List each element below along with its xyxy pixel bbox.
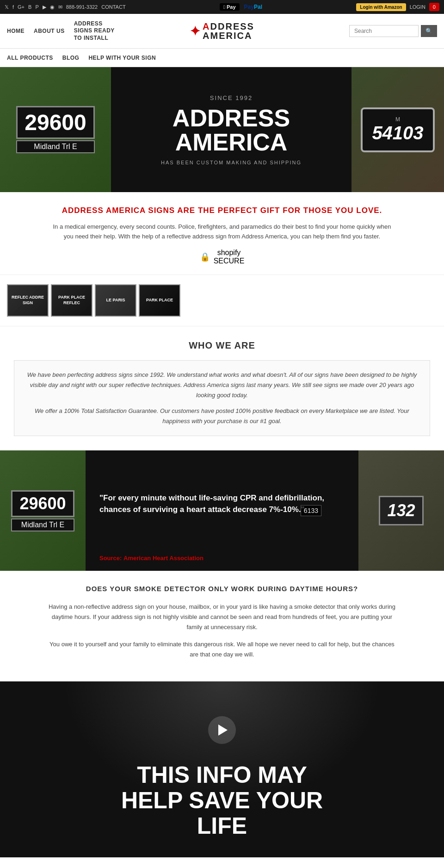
- product-thumb-3[interactable]: LE PARIS: [95, 284, 136, 317]
- who-text-2: We offer a 100% Total Satisfaction Guara…: [26, 406, 418, 426]
- product-thumb-label-3: LE PARIS: [105, 296, 127, 305]
- who-title: WHO WE ARE: [14, 340, 430, 351]
- cpr-source-org: American Heart Association: [123, 555, 204, 562]
- facebook-icon[interactable]: f: [12, 4, 14, 10]
- nav-all-products[interactable]: ALL PRODUCTS: [7, 55, 53, 61]
- info-save-line1: THIS INFO MAY: [121, 762, 323, 788]
- hero-sign-number: 29600: [16, 106, 94, 139]
- hero-sign-monogram: M: [372, 116, 423, 123]
- cpr-left-panel: 29600 Midland Trl E: [0, 450, 86, 571]
- hero-subtitle: HAS BEEN CUSTOM MAKING AND SHIPPING: [161, 160, 302, 165]
- hero-sign-right: M 54103: [361, 107, 434, 152]
- cpr-source: Source: American Heart Association: [99, 555, 204, 562]
- play-button[interactable]: [208, 716, 236, 744]
- hero-left-panel: 29600 Midland Trl E: [0, 67, 111, 192]
- top-bar-left: 𝕏 f G+ B P ▶ ◉ ✉ 888-991-3322 CONTACT: [5, 4, 126, 10]
- smoke-title: DOES YOUR SMOKE DETECTOR ONLY WORK DURIN…: [14, 585, 430, 593]
- nav-address-signs[interactable]: ADDRESS SIGNS READY TO INSTALL: [74, 20, 120, 42]
- smoke-section: DOES YOUR SMOKE DETECTOR ONLY WORK DURIN…: [0, 571, 444, 681]
- promo-section: ADDRESS AMERICA SIGNS ARE THE PERFECT GI…: [0, 192, 444, 275]
- cpr-sign-name-left: Midland Trl E: [11, 518, 74, 531]
- cpr-source-label: Source:: [99, 555, 122, 562]
- info-save-title: THIS INFO MAY HELP SAVE YOUR LIFE: [121, 762, 323, 839]
- product-thumb-2[interactable]: PARK PLACE REFLEC: [51, 284, 92, 317]
- cpr-right-panel: 132: [358, 450, 444, 571]
- lock-icon: 🔒: [200, 252, 210, 262]
- top-bar-right: Login with Amazon LOGIN 0: [356, 3, 439, 11]
- pinterest-icon[interactable]: P: [35, 4, 38, 10]
- promo-title: ADDRESS AMERICA SIGNS ARE THE PERFECT GI…: [14, 206, 430, 215]
- twitter-icon[interactable]: 𝕏: [5, 4, 9, 10]
- contact-link[interactable]: CONTACT: [101, 4, 125, 10]
- cpr-banner: 29600 Midland Trl E "For every minute wi…: [0, 450, 444, 571]
- product-thumb-4[interactable]: PARK PLACE: [139, 284, 180, 317]
- cpr-sign-left: 29600 Midland Trl E: [11, 490, 74, 531]
- product-thumb-label-1: REFLEC ADDRE SIGN: [8, 293, 48, 307]
- logo-name-top: ADDRESS: [203, 22, 254, 31]
- info-save-line3: LIFE: [121, 813, 323, 839]
- smoke-text-2: You owe it to yourself and your family t…: [46, 639, 398, 660]
- nav-right: 🔍: [349, 25, 437, 37]
- smoke-text-1: Having a non-reflective address sign on …: [46, 602, 398, 632]
- shopify-secure-text: SECURE: [214, 257, 245, 265]
- product-thumb-1[interactable]: REFLEC ADDRE SIGN: [7, 284, 49, 317]
- shopify-badge: 🔒 shopify SECURE: [14, 249, 430, 265]
- email-icon[interactable]: ✉: [58, 4, 62, 10]
- cart-button[interactable]: 0: [429, 3, 439, 11]
- logo-name-bottom: AMERICA: [203, 31, 254, 40]
- hero-center-panel: SINCE 1992 ADDRESS AMERICA HAS BEEN CUST…: [111, 67, 352, 192]
- apple-pay-icon:  Pay: [220, 3, 240, 11]
- paypal-icon: PayPal: [244, 4, 262, 10]
- sub-nav: ALL PRODUCTS BLOG HELP WITH YOUR SIGN: [0, 49, 444, 67]
- hero-sign-right-number: 54103: [372, 123, 423, 144]
- info-save-section: THIS INFO MAY HELP SAVE YOUR LIFE: [0, 681, 444, 857]
- hero-sign-left: 29600 Midland Trl E: [16, 106, 94, 153]
- search-input[interactable]: [349, 25, 419, 37]
- phone-number: 888-991-3322: [66, 4, 98, 10]
- logo-name: ADDRESS AMERICA: [203, 22, 254, 40]
- who-text-1: We have been perfecting address signs si…: [26, 370, 418, 400]
- top-bar: 𝕏 f G+ B P ▶ ◉ ✉ 888-991-3322 CONTACT  …: [0, 0, 444, 14]
- hero-title: ADDRESS AMERICA: [173, 106, 290, 154]
- amazon-login-button[interactable]: Login with Amazon: [356, 3, 406, 11]
- nav-left: HOME ABOUT US ADDRESS SIGNS READY TO INS…: [7, 20, 120, 42]
- login-button[interactable]: LOGIN: [410, 4, 426, 10]
- cpr-center: "For every minute without life-saving CP…: [86, 450, 358, 571]
- shopify-name: shopify: [217, 249, 241, 256]
- who-box: We have been perfecting address signs si…: [14, 360, 430, 436]
- nav-about[interactable]: ABOUT US: [34, 28, 65, 34]
- play-triangle-icon: [218, 724, 228, 736]
- promo-text: In a medical emergency, every second cou…: [51, 222, 393, 242]
- cpr-sign-number-left: 29600: [11, 490, 74, 517]
- nav-home[interactable]: HOME: [7, 28, 25, 34]
- cpr-address-sign: 6133: [301, 505, 321, 516]
- blogger-icon[interactable]: B: [28, 4, 31, 10]
- info-save-line2: HELP SAVE YOUR: [121, 788, 323, 813]
- cpr-sign-number-right: 132: [379, 496, 423, 525]
- hero-since: SINCE 1992: [210, 94, 253, 101]
- who-section: WHO WE ARE We have been perfecting addre…: [0, 326, 444, 450]
- payment-methods:  Pay PayPal: [220, 3, 262, 11]
- site-logo: ✦ ADDRESS AMERICA: [190, 22, 254, 40]
- product-strip: REFLEC ADDRE SIGN PARK PLACE REFLEC LE P…: [0, 275, 444, 326]
- nav-help[interactable]: HELP WITH YOUR SIGN: [88, 55, 156, 61]
- logo-icon: ✦: [190, 24, 200, 39]
- product-thumb-label-4: PARK PLACE: [145, 296, 174, 305]
- product-thumb-label-2: PARK PLACE REFLEC: [52, 293, 92, 307]
- instagram-icon[interactable]: ◉: [50, 4, 55, 10]
- hero-right-panel: M 54103: [352, 67, 444, 192]
- hero-sign-name: Midland Trl E: [16, 140, 94, 153]
- google-icon[interactable]: G+: [18, 4, 25, 10]
- shopify-text: shopify SECURE: [214, 249, 245, 265]
- hero-banner: 29600 Midland Trl E SINCE 1992 ADDRESS A…: [0, 67, 444, 192]
- youtube-icon[interactable]: ▶: [43, 4, 46, 10]
- main-nav: HOME ABOUT US ADDRESS SIGNS READY TO INS…: [0, 14, 444, 49]
- nav-blog[interactable]: BLOG: [62, 55, 80, 61]
- search-button[interactable]: 🔍: [421, 25, 437, 37]
